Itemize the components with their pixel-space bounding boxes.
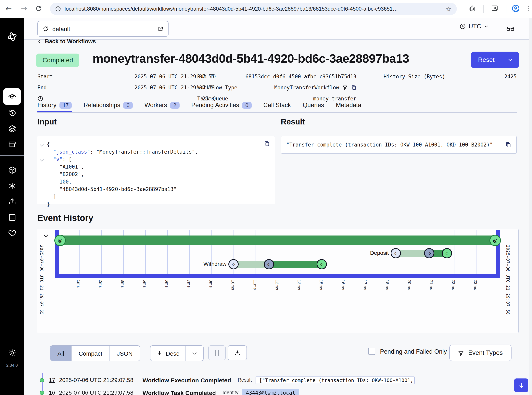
json-line: "json_class": "MoneyTransfer::TransferDe… <box>37 149 275 156</box>
tick-label: 1ms <box>77 280 81 288</box>
workflow-span-bar[interactable] <box>57 236 498 245</box>
browser-forward-icon[interactable]: → <box>19 3 29 13</box>
copy-icon[interactable] <box>505 142 511 148</box>
labs-mode-icon[interactable] <box>506 24 515 33</box>
tab-workers[interactable]: Workers2 <box>144 102 180 112</box>
sidebar-item-namespaces[interactable] <box>7 165 17 175</box>
reset-button[interactable]: Reset <box>471 52 519 68</box>
tab-call-stack[interactable]: Call Stack <box>263 102 291 112</box>
profile-icon[interactable] <box>510 3 521 13</box>
sidebar-item-feedback[interactable] <box>7 228 17 238</box>
timeline-start-label: 2025-07-06 UTC 21:29:07.55 <box>39 245 44 332</box>
copy-icon[interactable] <box>264 141 270 147</box>
reset-menu-button[interactable] <box>502 52 519 68</box>
side-panel-icon[interactable] <box>489 3 500 13</box>
json-line: { <box>37 141 275 149</box>
tab-pending-activities[interactable]: Pending Activities0 <box>191 102 252 112</box>
workflow-end-marker[interactable]: ◎ <box>489 235 501 246</box>
filter-icon[interactable] <box>342 85 348 90</box>
scroll-to-bottom-button[interactable] <box>514 379 528 392</box>
tab-queries[interactable]: Queries <box>303 102 324 112</box>
address-bar[interactable]: localhost:8080/namespaces/default/workfl… <box>50 3 457 15</box>
url-text: localhost:8080/namespaces/default/workfl… <box>65 6 440 12</box>
tick-label: 6ms <box>165 280 169 288</box>
activity-scheduled-marker[interactable]: ◇ <box>228 259 239 269</box>
namespace-selector[interactable]: default <box>37 21 169 37</box>
events-divider <box>37 373 518 373</box>
tab-metadata[interactable]: Metadata <box>336 102 361 112</box>
sidebar-item-nexus[interactable] <box>7 180 17 191</box>
tab-relationships[interactable]: Relationships0 <box>84 102 133 112</box>
tick-label: 10ms <box>231 280 236 290</box>
theme-toggle[interactable] <box>7 347 17 358</box>
activity-started-marker[interactable]: ◇ <box>264 259 274 269</box>
event-field-value: ["Transfer complete (transaction IDs: OK… <box>256 376 415 384</box>
event-id-link[interactable]: 16 <box>49 390 59 395</box>
sidebar-item-archive[interactable] <box>7 139 17 150</box>
event-field-label: Result <box>238 377 252 383</box>
workflow-start-marker[interactable]: ◎ <box>54 235 66 246</box>
pause-button[interactable] <box>208 345 226 360</box>
sidebar-item-batch[interactable] <box>7 123 17 134</box>
temporal-logo-icon[interactable] <box>7 31 17 42</box>
collapse-icon[interactable] <box>40 158 44 162</box>
event-history-heading: Event History <box>37 213 93 223</box>
result-value: "Transfer complete (transaction IDs: OKW… <box>286 142 501 148</box>
app: 2.34.0 default UTC <box>0 18 532 395</box>
extensions-icon[interactable] <box>467 3 477 13</box>
tick-label: 17ms <box>363 280 368 290</box>
view-all-button[interactable]: All <box>50 346 71 361</box>
bookmark-star-icon[interactable]: ☆ <box>445 5 451 13</box>
event-row[interactable]: 172025-07-06 UTC 21:29:07.58Workflow Exe… <box>24 375 518 385</box>
timeline-end-label: 2025-07-06 UTC 21:29:07.58 <box>506 245 510 332</box>
activity-scheduled-marker[interactable]: ◇ <box>391 248 401 258</box>
tick-label: 2ms <box>99 280 103 288</box>
event-types-button[interactable]: Event Types <box>449 345 511 361</box>
version-label: 2.34.0 <box>0 363 24 368</box>
input-panel: {"json_class": "MoneyTransfer::TransferD… <box>37 136 275 204</box>
view-compact-button[interactable]: Compact <box>71 346 109 361</box>
copy-icon[interactable] <box>351 85 356 90</box>
chevron-down-icon <box>484 24 489 29</box>
tab-history[interactable]: History17 <box>37 102 72 112</box>
sort-menu-button[interactable] <box>186 346 203 361</box>
pending-failed-checkbox[interactable] <box>368 348 375 355</box>
browser-back-icon[interactable]: ← <box>4 3 14 13</box>
activity-completed-marker[interactable]: ◇ <box>442 248 452 258</box>
chevron-left-icon <box>37 39 42 44</box>
view-json-button[interactable]: JSON <box>109 346 140 361</box>
activity-completed-marker[interactable]: ◇ <box>317 259 327 269</box>
sidebar-item-import[interactable] <box>7 196 17 207</box>
activity-label-deposit: Deposit <box>304 250 389 256</box>
toolbar-divider <box>506 5 506 13</box>
sort-button[interactable]: Desc <box>150 345 203 361</box>
back-to-workflows-link[interactable]: Back to Workflows <box>37 38 96 44</box>
event-title: Workflow Task Completed <box>143 389 216 395</box>
timezone-selector[interactable]: UTC <box>460 23 489 30</box>
timeline-panel: 1ms2ms3ms5ms6ms7ms8ms10ms11ms12ms13ms15m… <box>37 229 519 333</box>
download-button[interactable] <box>228 345 247 360</box>
tabs-divider <box>37 112 517 113</box>
browser-menu-icon[interactable]: ⋮ <box>524 3 532 13</box>
collapse-icon[interactable] <box>40 143 44 147</box>
event-title: Workflow Execution Completed <box>143 377 231 383</box>
site-info-icon[interactable] <box>55 6 61 12</box>
event-row[interactable]: 162025-07-06 UTC 21:29:07.58Workflow Tas… <box>24 388 518 395</box>
tab-count-badge: 17 <box>60 102 72 109</box>
workflow-type-link[interactable]: MoneyTransferWorkflow <box>274 84 339 90</box>
sidebar-divider <box>0 155 24 156</box>
tabs: History17Relationships0Workers2Pending A… <box>37 102 361 112</box>
sidebar-item-docs[interactable] <box>7 212 17 223</box>
sidebar: 2.34.0 <box>0 18 24 395</box>
sidebar-item-workflows[interactable] <box>3 88 21 105</box>
task-queue-link[interactable]: money-transfer <box>313 95 356 101</box>
tab-count-badge: 0 <box>123 102 133 109</box>
browser-reload-icon[interactable] <box>33 3 44 13</box>
activity-label-withdraw: Withdraw <box>141 261 226 267</box>
toolbar-divider <box>483 5 483 13</box>
namespace-open-button[interactable] <box>152 21 168 36</box>
sidebar-item-schedules[interactable] <box>7 108 17 118</box>
event-id-link[interactable]: 17 <box>49 377 59 383</box>
browser-scrollbar[interactable] <box>529 18 532 395</box>
activity-started-marker[interactable]: ◇ <box>424 248 434 258</box>
